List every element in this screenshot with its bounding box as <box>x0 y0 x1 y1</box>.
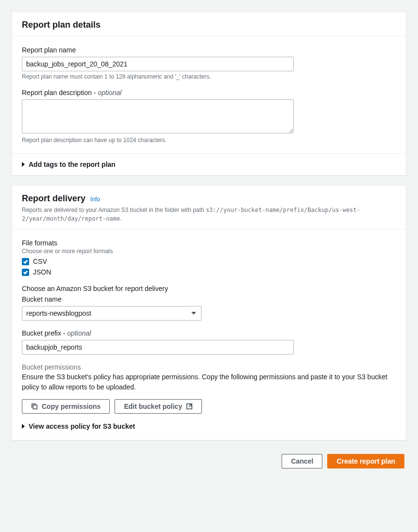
optional-text: optional <box>98 89 121 97</box>
panel-body: File formats Choose one or more report f… <box>12 229 406 440</box>
csv-label: CSV <box>33 258 47 265</box>
edit-bucket-policy-label: Edit bucket policy <box>124 403 182 410</box>
report-delivery-panel: Report delivery Info Reports are deliver… <box>12 185 406 440</box>
svg-rect-0 <box>33 405 37 409</box>
panel-header: Report plan details <box>12 12 406 36</box>
report-name-label: Report plan name <box>22 46 396 54</box>
create-report-plan-button[interactable]: Create report plan <box>327 454 404 468</box>
bucket-prefix-label-text: Bucket prefix - <box>22 329 67 337</box>
optional-text: optional <box>67 329 91 337</box>
bucket-permissions-group: Bucket permissions Ensure the S3 bucket'… <box>22 363 396 430</box>
file-formats-label: File formats <box>22 239 396 247</box>
bucket-prefix-group: Bucket prefix - optional <box>22 329 396 355</box>
copy-permissions-label: Copy permissions <box>42 403 100 410</box>
report-description-group: Report plan description - optional Repor… <box>22 89 396 144</box>
json-label: JSON <box>33 268 51 276</box>
caret-right-icon <box>22 424 25 429</box>
bucket-prefix-input[interactable] <box>22 340 294 355</box>
bucket-name-value: reports-newsblogpost <box>26 309 91 317</box>
json-checkbox-row: JSON <box>22 268 396 276</box>
report-name-group: Report plan name Report plan name must c… <box>22 46 396 80</box>
panel-title: Report plan details <box>22 20 100 30</box>
info-link[interactable]: Info <box>90 196 100 203</box>
file-formats-group: File formats Choose one or more report f… <box>22 239 396 276</box>
footer-actions: Cancel Create report plan <box>12 450 406 470</box>
report-description-help: Report plan description can have up to 1… <box>22 137 396 144</box>
caret-right-icon <box>22 162 25 167</box>
panel-header: Report delivery Info Reports are deliver… <box>12 186 406 229</box>
report-description-label-text: Report plan description - <box>22 89 98 97</box>
bucket-name-label: Bucket name <box>22 295 396 303</box>
delivery-subtext-prefix: Reports are delivered to your Amazon S3 … <box>22 207 206 213</box>
bucket-name-select[interactable]: reports-newsblogpost <box>22 306 201 321</box>
bucket-name-group: Bucket name reports-newsblogpost <box>22 295 396 321</box>
panel-body: Report plan name Report plan name must c… <box>12 36 406 153</box>
check-icon <box>23 259 28 264</box>
bucket-prefix-label: Bucket prefix - optional <box>22 329 396 337</box>
report-description-label: Report plan description - optional <box>22 89 396 97</box>
report-description-input[interactable] <box>22 99 294 133</box>
bucket-permissions-label: Bucket permissions <box>22 363 396 371</box>
json-checkbox[interactable] <box>22 269 29 276</box>
report-name-input[interactable] <box>22 57 294 71</box>
bucket-permissions-text: Ensure the S3 bucket's policy has approp… <box>22 372 396 392</box>
report-plan-details-panel: Report plan details Report plan name Rep… <box>12 12 406 176</box>
add-tags-expander[interactable]: Add tags to the report plan <box>12 153 406 175</box>
csv-checkbox[interactable] <box>22 258 29 265</box>
view-access-policy-label: View access policy for S3 bucket <box>29 422 135 430</box>
external-link-icon <box>186 403 193 410</box>
view-access-policy-expander[interactable]: View access policy for S3 bucket <box>22 419 396 430</box>
panel-title: Report delivery <box>22 193 85 203</box>
report-name-help: Report plan name must contain 1 to 128 a… <box>22 73 396 80</box>
edit-bucket-policy-button[interactable]: Edit bucket policy <box>115 399 202 414</box>
cancel-button[interactable]: Cancel <box>282 454 322 468</box>
s3-bucket-heading: Choose an Amazon S3 bucket for report de… <box>22 285 396 292</box>
copy-permissions-button[interactable]: Copy permissions <box>22 399 110 414</box>
chevron-down-icon <box>191 312 196 315</box>
add-tags-label: Add tags to the report plan <box>29 161 116 168</box>
csv-checkbox-row: CSV <box>22 258 396 265</box>
copy-icon <box>31 403 38 410</box>
check-icon <box>23 270 28 275</box>
delivery-subtext: Reports are delivered to your Amazon S3 … <box>22 206 396 223</box>
file-formats-help: Choose one or more report formats <box>22 248 396 255</box>
permissions-button-row: Copy permissions Edit bucket policy <box>22 399 396 414</box>
